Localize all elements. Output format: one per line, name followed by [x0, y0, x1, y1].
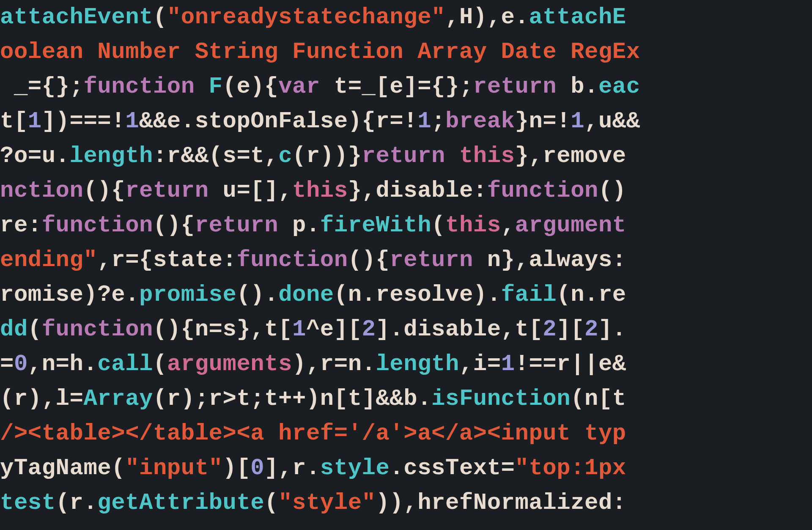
code-token: style	[320, 455, 390, 481]
code-token: =	[0, 351, 14, 377]
code-token: 1	[292, 316, 306, 342]
code-token: arguments	[167, 351, 292, 377]
code-token: (){	[83, 178, 125, 203]
code-token: 2	[584, 316, 598, 342]
code-token: 1	[571, 108, 584, 134]
code-token: (	[28, 316, 42, 342]
code-token: ,n=h.	[28, 351, 98, 377]
code-token: romise)?e.	[0, 282, 139, 308]
code-token: oolean Number String Function Array Date…	[0, 39, 640, 65]
code-token: (	[153, 4, 167, 30]
code-token: (){	[348, 247, 390, 273]
code-line: attachEvent("onreadystatechange",H),e.at…	[0, 0, 812, 35]
code-token: ()	[598, 178, 626, 203]
code-line: ?o=u.length:r&&(s=t,c(r))}return this},r…	[0, 139, 812, 173]
code-token: 1	[501, 351, 515, 377]
code-token: 1	[28, 108, 42, 134]
code-token: "input"	[125, 455, 222, 481]
code-token: nction	[0, 178, 83, 203]
code-token: return	[390, 247, 473, 273]
code-token: ].disable,t[	[376, 316, 543, 342]
code-token: (	[153, 351, 167, 377]
code-token: length	[70, 143, 153, 169]
code-token: ])===!	[42, 108, 125, 134]
code-token: return	[195, 212, 278, 238]
code-token: this	[445, 212, 501, 238]
code-token: call	[97, 351, 153, 377]
code-token: 0	[14, 351, 28, 377]
code-token: eac	[598, 74, 640, 99]
code-token: (r),l=	[0, 386, 83, 412]
code-token: 2	[362, 316, 376, 342]
code-token: ending"	[0, 247, 97, 273]
code-token	[195, 74, 209, 99]
code-token: &&e.stopOnFalse){r=!	[139, 108, 417, 134]
code-token: _={};	[0, 74, 83, 99]
code-token: this	[292, 178, 348, 203]
code-line: yTagName("input")[0],r.style.cssText="to…	[0, 451, 812, 486]
code-token: argument	[515, 212, 626, 238]
code-token: attachEvent	[0, 4, 153, 30]
code-token: )),hrefNormalized:	[376, 490, 626, 516]
code-token: function	[236, 247, 348, 273]
code-token: "style"	[278, 490, 376, 516]
code-token: return	[125, 178, 208, 203]
code-token: getAttribute	[97, 490, 264, 516]
code-token: },disable:	[348, 178, 487, 203]
code-token: (r);r>t;t++)n[t]&&b.	[153, 386, 431, 412]
code-token: !==r||e&	[515, 351, 626, 377]
code-token: ,r={state:	[97, 247, 236, 273]
code-token: function	[42, 316, 153, 342]
code-token: function	[487, 178, 598, 203]
code-token: c	[278, 143, 292, 169]
code-token: F	[209, 74, 223, 99]
code-token: promise	[139, 282, 236, 308]
code-token: ,H),e.	[445, 4, 529, 30]
code-block: attachEvent("onreadystatechange",H),e.at…	[0, 0, 812, 520]
code-token: dd	[0, 316, 28, 342]
code-token: },remove	[515, 143, 626, 169]
code-token: ().	[236, 282, 278, 308]
code-token: ],r.	[264, 455, 320, 481]
code-line: =0,n=h.call(arguments),r=n.length,i=1!==…	[0, 347, 812, 382]
code-token: ),r=n.	[292, 351, 376, 377]
code-token: re:	[0, 212, 42, 238]
code-token: u=[],	[209, 178, 292, 203]
code-token: attachE	[529, 4, 626, 30]
code-token: 1	[125, 108, 139, 134]
code-token: (){	[153, 212, 195, 238]
code-token: (	[431, 212, 445, 238]
code-token: length	[376, 351, 459, 377]
code-token: ,u&&	[584, 108, 640, 134]
code-line: ending",r={state:function(){return n},al…	[0, 243, 812, 277]
code-token: )[	[223, 455, 251, 481]
code-line: dd(function(){n=s},t[1^e][2].disable,t[2…	[0, 312, 812, 347]
code-token: return	[473, 74, 557, 99]
code-line: romise)?e.promise().done(n.resolve).fail…	[0, 277, 812, 312]
code-token: done	[278, 282, 334, 308]
code-token: (n.re	[557, 282, 626, 308]
code-token: (e){	[223, 74, 279, 99]
code-token: var	[278, 74, 320, 99]
code-line: oolean Number String Function Array Date…	[0, 35, 812, 69]
code-line: t[1])===!1&&e.stopOnFalse){r=!1;break}n=…	[0, 104, 812, 139]
code-token: ^e][	[306, 316, 362, 342]
code-token	[445, 143, 459, 169]
code-line: _={};function F(e){var t=_[e]={};return …	[0, 69, 812, 104]
code-token: test	[0, 490, 56, 516]
code-token: ].	[598, 316, 626, 342]
code-token: return	[362, 143, 445, 169]
code-token: ,i=	[459, 351, 501, 377]
code-token: (r.	[56, 490, 98, 516]
code-token: t[	[0, 108, 28, 134]
code-token: :r&&(s=t,	[153, 143, 278, 169]
code-token: this	[459, 143, 515, 169]
code-line: test(r.getAttribute("style")),hrefNormal…	[0, 486, 812, 520]
code-token: fireWith	[320, 212, 431, 238]
code-token: fail	[501, 282, 557, 308]
code-token: ][	[557, 316, 584, 342]
code-token: yTagName(	[0, 455, 125, 481]
code-token: "top:1px	[515, 455, 626, 481]
code-token: (r))}	[292, 143, 362, 169]
code-editor[interactable]: attachEvent("onreadystatechange",H),e.at…	[0, 0, 812, 530]
